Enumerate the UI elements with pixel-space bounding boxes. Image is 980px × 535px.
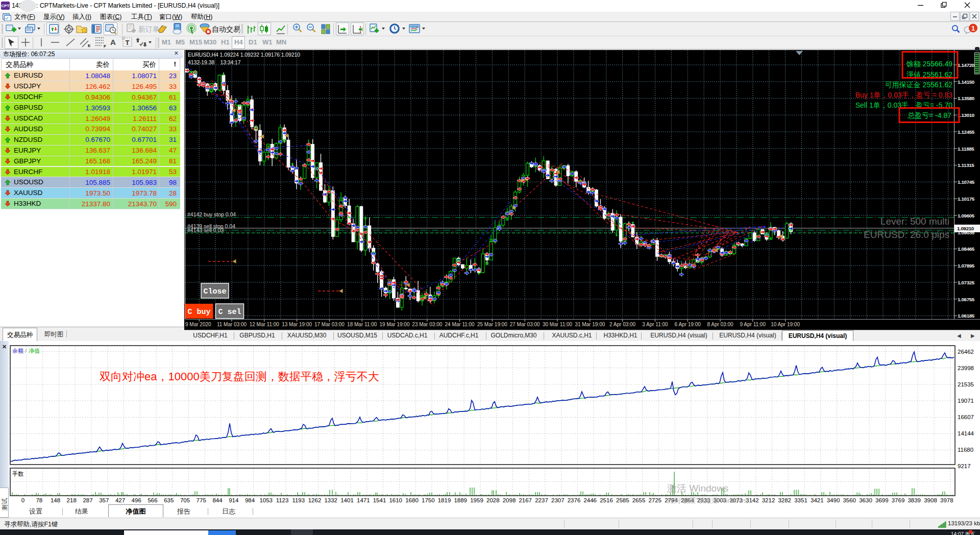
svg-text:Buy 1单，0.03手，盈亏 = 0.83: Buy 1单，0.03手，盈亏 = 0.83 — [855, 91, 952, 99]
svg-text:3351: 3351 — [794, 497, 807, 503]
svg-text:148: 148 — [51, 497, 60, 503]
svg-text:1123: 1123 — [276, 497, 289, 503]
svg-text:12 Mar 11:00: 12 Mar 11:00 — [250, 322, 280, 327]
svg-text:78: 78 — [36, 497, 42, 503]
svg-text:2585: 2585 — [616, 497, 629, 503]
svg-text:3490: 3490 — [827, 497, 840, 503]
svg-text:19 Mar 19:00: 19 Mar 19:00 — [380, 322, 410, 327]
svg-text:6 Apr 19:00: 6 Apr 19:00 — [675, 322, 701, 327]
svg-text:3769: 3769 — [892, 497, 905, 503]
svg-text:1401: 1401 — [340, 497, 354, 503]
svg-text:25 Mar 19:00: 25 Mar 19:00 — [477, 322, 507, 327]
svg-text:1.11885: 1.11885 — [958, 146, 974, 152]
svg-text:C buy: C buy — [187, 308, 210, 317]
svg-text:2307: 2307 — [551, 497, 565, 503]
svg-text:3908: 3908 — [924, 497, 937, 503]
svg-text:19071: 19071 — [958, 398, 974, 404]
svg-text:4132-19.38 13:34:17: 4132-19.38 13:34:17 — [188, 59, 241, 65]
svg-text:1.09605: 1.09605 — [958, 213, 975, 218]
svg-text:1471: 1471 — [357, 497, 370, 503]
svg-text:0: 0 — [21, 497, 24, 503]
svg-text:844: 844 — [212, 497, 223, 503]
svg-text:1750: 1750 — [422, 497, 435, 503]
svg-text:11680: 11680 — [958, 447, 973, 453]
svg-text:1.06185: 1.06185 — [958, 313, 975, 319]
svg-text:2655: 2655 — [632, 497, 646, 503]
svg-text:24 Mar 11:00: 24 Mar 11:00 — [445, 322, 475, 327]
svg-text:1.14720: 1.14720 — [958, 62, 975, 68]
svg-text:13 Mar 19:00: 13 Mar 19:00 — [282, 322, 312, 327]
svg-text:可用保证金 25561.62: 可用保证金 25561.62 — [885, 81, 952, 89]
svg-text:9 Apr 11:00: 9 Apr 11:00 — [740, 322, 766, 327]
svg-text:31 Mar 19:00: 31 Mar 19:00 — [575, 322, 605, 327]
svg-text:27 Mar 03:00: 27 Mar 03:00 — [510, 322, 540, 327]
svg-text:1.06755: 1.06755 — [958, 297, 975, 302]
svg-text:566: 566 — [148, 497, 157, 503]
svg-text:30 Mar 11:00: 30 Mar 11:00 — [543, 322, 573, 327]
svg-text:3560: 3560 — [843, 497, 856, 503]
svg-text:3839: 3839 — [908, 497, 921, 503]
svg-text:激活 Windows: 激活 Windows — [667, 483, 728, 494]
svg-text:2446: 2446 — [583, 497, 597, 503]
svg-text:9217: 9217 — [958, 463, 971, 469]
svg-text:1.10745: 1.10745 — [958, 179, 975, 185]
svg-text:2725: 2725 — [648, 497, 662, 503]
svg-text:2 Apr 03:00: 2 Apr 03:00 — [609, 322, 636, 327]
svg-text:3282: 3282 — [778, 497, 791, 503]
svg-text:1.07895: 1.07895 — [958, 263, 975, 269]
svg-text:手数: 手数 — [12, 471, 23, 477]
svg-text:1.14150: 1.14150 — [958, 79, 975, 85]
svg-text:218: 218 — [67, 497, 77, 503]
svg-text:23998: 23998 — [958, 365, 974, 371]
svg-text:1193: 1193 — [292, 497, 305, 503]
svg-text:馀额 25566.49: 馀额 25566.49 — [906, 60, 952, 68]
svg-text:1889: 1889 — [454, 497, 467, 503]
svg-text:357: 357 — [99, 497, 109, 503]
svg-text:17 Mar 03:00: 17 Mar 03:00 — [314, 322, 345, 327]
svg-text:2237: 2237 — [535, 497, 548, 503]
svg-text:净值: 净值 — [29, 348, 40, 354]
svg-text:#4142 buy stop 0.04: #4142 buy stop 0.04 — [187, 211, 236, 217]
svg-text:转到“设置”以激活 Windows。: 转到“设置”以激活 Windows。 — [667, 497, 753, 504]
svg-text:11 Mar 03:00: 11 Mar 03:00 — [217, 322, 247, 327]
svg-text:#4143 sell 0.03: #4143 sell 0.03 — [187, 227, 224, 233]
svg-text:Close: Close — [203, 287, 226, 296]
svg-text:2376: 2376 — [568, 497, 581, 503]
svg-text:3421: 3421 — [811, 497, 824, 503]
svg-text:496: 496 — [132, 497, 141, 503]
svg-text:287: 287 — [83, 497, 92, 503]
svg-text:3 Apr 11:00: 3 Apr 11:00 — [642, 322, 668, 327]
svg-text:1959: 1959 — [470, 497, 483, 503]
svg-text:1541: 1541 — [373, 497, 386, 503]
svg-text:1053: 1053 — [259, 497, 273, 503]
svg-text:总盈亏= -4.87: 总盈亏= -4.87 — [908, 111, 951, 119]
svg-text:Lever: 500 multi: Lever: 500 multi — [880, 216, 949, 227]
svg-text:EURUSD: 26.0 pips: EURUSD: 26.0 pips — [864, 229, 949, 240]
svg-text:16607: 16607 — [958, 414, 974, 420]
svg-text:21535: 21535 — [958, 381, 974, 387]
svg-text:9 Mar 2020: 9 Mar 2020 — [185, 322, 211, 327]
svg-text:3699: 3699 — [875, 497, 889, 503]
svg-text:1332: 1332 — [324, 497, 337, 503]
svg-text:1819: 1819 — [438, 497, 451, 503]
svg-text:1.13580: 1.13580 — [958, 95, 975, 101]
svg-text:427: 427 — [115, 497, 125, 503]
svg-text:1262: 1262 — [308, 497, 322, 503]
svg-text:1.10175: 1.10175 — [958, 196, 975, 202]
svg-text:635: 635 — [164, 497, 174, 503]
svg-text:2516: 2516 — [600, 497, 613, 503]
svg-text:C sel: C sel — [218, 308, 241, 317]
svg-text:10 Apr 19:00: 10 Apr 19:00 — [771, 322, 800, 327]
svg-text:1.12455: 1.12455 — [958, 129, 975, 135]
svg-text:2098: 2098 — [503, 497, 516, 503]
svg-text:1.07325: 1.07325 — [958, 280, 975, 285]
svg-text:1.08465: 1.08465 — [958, 246, 975, 252]
svg-text:1.11315: 1.11315 — [958, 162, 974, 168]
svg-text:余额: 余额 — [12, 348, 23, 354]
svg-text:705: 705 — [180, 497, 190, 503]
svg-text:8 Apr 03:00: 8 Apr 03:00 — [707, 322, 733, 327]
svg-text:3630: 3630 — [859, 497, 872, 503]
svg-text:914: 914 — [229, 497, 239, 503]
svg-text:3212: 3212 — [762, 497, 775, 503]
svg-text:EURUSD,H4 1.09224 1.09232 1.0: EURUSD,H4 1.09224 1.09232 1.09176 1.0921… — [188, 52, 300, 58]
